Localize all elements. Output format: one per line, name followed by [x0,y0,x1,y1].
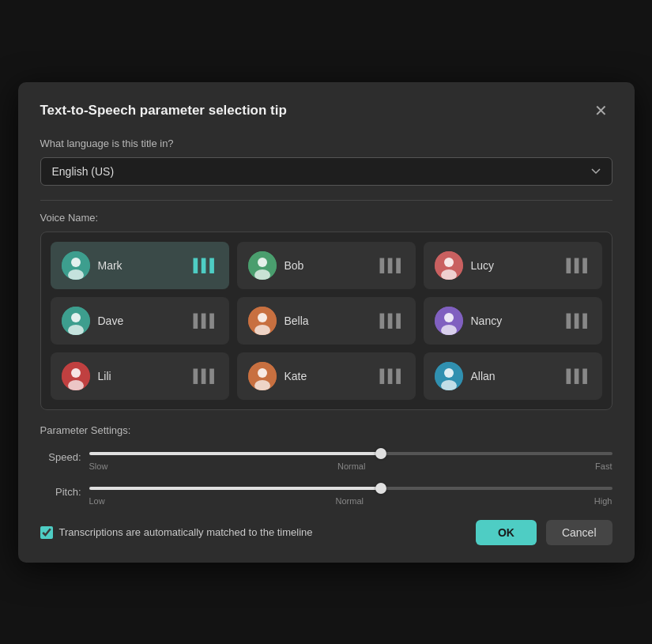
svg-point-10 [71,313,81,322]
voice-avatar-lucy [435,251,463,280]
voice-avatar-kate [248,362,277,390]
close-button[interactable]: ✕ [590,101,612,120]
speed-slider[interactable] [89,452,612,455]
voice-wave-mark: ▌▌▌ [193,258,217,273]
svg-point-4 [258,258,267,267]
pitch-labels: Low Normal High [89,496,612,506]
pitch-normal-label: Normal [336,496,364,506]
voice-wave-bob: ▌▌▌ [379,258,404,273]
voice-card-bob[interactable]: Bob ▌▌▌ [237,242,416,289]
voice-name-lucy: Lucy [471,259,559,272]
voice-name-lili: Lili [98,370,186,382]
voice-wave-kate: ▌▌▌ [379,369,404,383]
voice-name-kate: Kate [285,370,372,382]
voice-card-mark[interactable]: Mark ▌▌▌ [51,242,229,289]
voice-name-bella: Bella [285,314,372,327]
param-section-label: Parameter Settings: [40,424,612,436]
voice-avatar-dave [62,307,90,335]
voice-card-lucy[interactable]: Lucy ▌▌▌ [424,242,602,289]
voice-avatar-nancy [435,307,463,335]
voice-name-allan: Allan [471,370,559,382]
dialog: Text-to-Speech parameter selection tip ✕… [18,82,635,563]
pitch-min-label: Low [89,496,105,506]
voice-card-dave[interactable]: Dave ▌▌▌ [51,297,229,345]
footer-row: Transcriptions are automatically matched… [40,520,612,545]
pitch-row: Pitch: Low Normal High [40,479,612,506]
speed-row: Speed: Slow Normal Fast [40,444,612,471]
svg-point-7 [444,258,454,267]
voice-avatar-mark [62,251,90,280]
speed-label: Speed: [40,451,81,463]
svg-point-16 [444,313,454,322]
voice-name-nancy: Nancy [471,314,559,327]
language-select[interactable]: English (US) English (UK) Spanish French… [40,157,612,186]
pitch-slider-wrapper: Low Normal High [89,479,612,506]
speed-normal-label: Normal [337,461,365,471]
param-section: Parameter Settings: Speed: Slow Normal F… [40,424,612,506]
svg-point-13 [258,313,267,322]
voice-name-mark: Mark [98,259,186,272]
dialog-header: Text-to-Speech parameter selection tip ✕ [40,101,612,120]
voice-card-bella[interactable]: Bella ▌▌▌ [237,297,416,345]
voice-wave-bella: ▌▌▌ [379,314,404,328]
svg-point-25 [444,368,454,378]
divider-1 [40,200,612,201]
speed-slider-wrapper: Slow Normal Fast [89,444,612,471]
voice-avatar-bella [248,307,277,335]
pitch-label: Pitch: [40,486,81,498]
voice-avatar-bob [248,251,277,280]
voice-card-lili[interactable]: Lili ▌▌▌ [51,352,229,400]
voice-wave-dave: ▌▌▌ [193,314,217,328]
svg-point-1 [71,258,81,267]
voice-card-kate[interactable]: Kate ▌▌▌ [237,352,416,400]
voice-wave-lucy: ▌▌▌ [566,258,590,273]
checkbox-label[interactable]: Transcriptions are automatically matched… [59,526,313,538]
voice-name-dave: Dave [98,314,186,327]
svg-point-19 [71,368,81,378]
ok-button[interactable]: OK [476,520,537,545]
svg-point-22 [258,368,267,378]
checkbox-row: Transcriptions are automatically matched… [40,526,466,539]
speed-labels: Slow Normal Fast [89,461,612,471]
voice-section-label: Voice Name: [40,212,612,224]
voice-grid-container: Mark ▌▌▌ Bob ▌▌▌ Lucy ▌▌▌ [40,232,612,410]
speed-min-label: Slow [89,461,108,471]
dialog-title: Text-to-Speech parameter selection tip [40,103,287,119]
language-question: What language is this title in? [40,137,612,149]
speed-max-label: Fast [595,461,612,471]
voice-name-bob: Bob [285,259,372,272]
voice-card-nancy[interactable]: Nancy ▌▌▌ [424,297,602,345]
voice-wave-nancy: ▌▌▌ [566,314,590,328]
voice-avatar-allan [435,362,463,390]
voice-grid: Mark ▌▌▌ Bob ▌▌▌ Lucy ▌▌▌ [51,242,602,400]
pitch-slider[interactable] [89,487,612,490]
cancel-button[interactable]: Cancel [546,520,612,545]
auto-match-checkbox[interactable] [40,526,53,539]
voice-wave-allan: ▌▌▌ [566,369,590,383]
pitch-max-label: High [594,496,612,506]
voice-card-allan[interactable]: Allan ▌▌▌ [424,352,602,400]
voice-wave-lili: ▌▌▌ [193,369,217,383]
voice-avatar-lili [62,362,90,390]
